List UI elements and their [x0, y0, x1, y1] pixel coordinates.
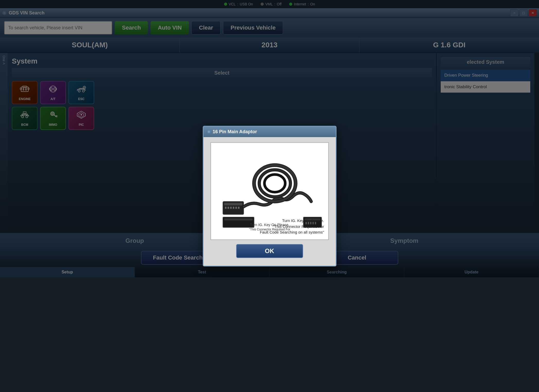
svg-rect-29: [224, 218, 253, 220]
svg-rect-25: [233, 207, 234, 209]
modal-ok-button[interactable]: OK: [236, 244, 303, 258]
modal-icon: [207, 130, 211, 133]
svg-point-34: [264, 174, 285, 192]
modal-image-area: Turn IG. Key On Please. "This Connector …: [210, 142, 329, 240]
modal-window: 16 Pin Main Adaptor: [203, 126, 337, 266]
modal-title-bar: 16 Pin Main Adaptor: [204, 127, 336, 137]
svg-rect-27: [238, 207, 239, 209]
svg-rect-23: [227, 207, 229, 209]
modal-title: 16 Pin Main Adaptor: [213, 129, 257, 135]
svg-rect-22: [225, 207, 226, 209]
svg-rect-21: [224, 203, 242, 205]
modal-overlay: 16 Pin Main Adaptor: [0, 0, 539, 392]
modal-instruction: Turn IG. Key On Please. "This Connector …: [260, 218, 324, 235]
modal-body: Turn IG. Key On Please. "This Connector …: [204, 137, 336, 266]
svg-rect-26: [235, 207, 237, 209]
svg-rect-24: [230, 207, 232, 209]
